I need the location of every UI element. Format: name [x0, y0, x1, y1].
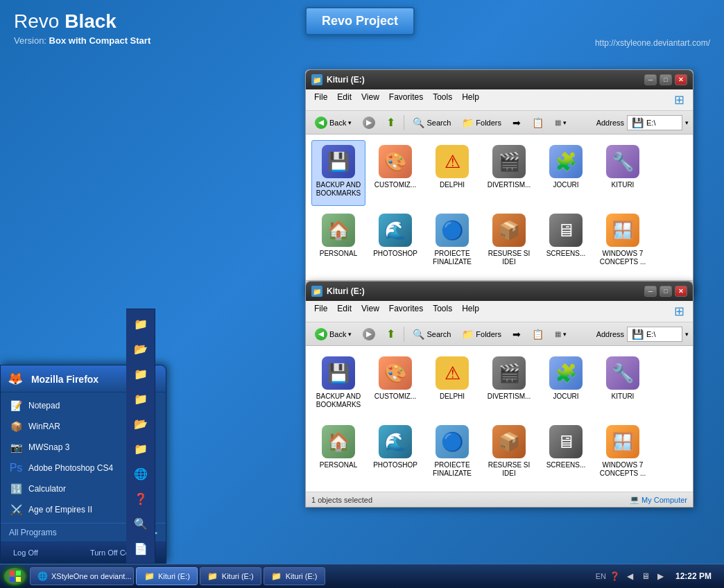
restore-btn-2[interactable]: □ — [660, 286, 672, 297]
file-icon: 🌊 — [379, 214, 412, 247]
address-input-1[interactable]: 💾 E:\ — [627, 115, 682, 130]
list-item[interactable]: 🎬DIVERTISM... — [482, 352, 536, 417]
list-item[interactable]: 🔧KITURI — [596, 140, 650, 206]
search-btn-1[interactable]: 🔍 Search — [408, 114, 456, 131]
tray-question[interactable]: ❓ — [609, 570, 621, 582]
file-label: RESURSE SI IDEI — [485, 461, 533, 478]
menu-tools-2[interactable]: Tools — [429, 302, 456, 320]
address-value-1: E:\ — [646, 119, 655, 127]
sidebar-icon-help[interactable]: ❓ — [129, 487, 153, 510]
sidebar-icon-folder[interactable]: 📁 — [129, 312, 153, 336]
list-item[interactable]: 🌊PHOTOSHOP — [368, 420, 422, 486]
list-item[interactable]: 📦RESURSE SI IDEI — [482, 420, 536, 486]
menu-edit-2[interactable]: Edit — [333, 302, 356, 320]
close-btn-1[interactable]: ✕ — [675, 74, 687, 85]
list-item[interactable]: 🔵PROIECTE FINALIZATE — [425, 209, 479, 275]
list-item[interactable]: 🔵PROIECTE FINALIZATE — [425, 420, 479, 486]
file-icon: 🔵 — [436, 214, 469, 247]
file-icon: 🎨 — [379, 145, 412, 178]
taskbar-btn-kituri3[interactable]: 📁 Kituri (E:) — [264, 567, 325, 585]
list-item[interactable]: 🌊PHOTOSHOP — [368, 209, 422, 275]
folders-btn-1[interactable]: 📁 Folders — [457, 114, 506, 131]
list-item[interactable]: 🪟WINDOWS 7 CONCEPTS ... — [596, 420, 650, 486]
restore-btn-1[interactable]: □ — [660, 74, 672, 85]
sidebar-icon-folder2[interactable]: 📂 — [129, 337, 153, 361]
list-item[interactable]: 🖥SCREENS... — [539, 420, 593, 486]
brand-button[interactable]: Revo Project — [305, 7, 415, 35]
list-item[interactable]: 💾BACKUP AND BOOKMARKS — [311, 140, 365, 206]
list-item[interactable]: 🔧KITURI — [596, 352, 650, 417]
taskbar-btn-xstyle[interactable]: 🌐 XStyleOne on deviant... — [30, 567, 134, 585]
copy-btn-1[interactable]: 📋 — [527, 114, 549, 131]
sidebar-icon-doc[interactable]: 📄 — [129, 537, 153, 560]
address-dropdown-1[interactable]: ▾ — [685, 119, 689, 126]
menu-view-1[interactable]: View — [357, 91, 383, 109]
list-item[interactable]: ⚠DELPHI — [425, 140, 479, 206]
up-btn-1[interactable]: ⬆ — [381, 113, 400, 132]
file-label: PERSONAL — [320, 250, 357, 258]
view-btn-1[interactable]: ▦ ▾ — [550, 116, 571, 129]
sidebar-icon-folder5[interactable]: 📂 — [129, 412, 153, 435]
copy-btn-2[interactable]: 📋 — [527, 326, 549, 343]
tray-arrow-right[interactable]: ▶ — [655, 570, 667, 582]
move-btn-2[interactable]: ➡ — [508, 326, 526, 343]
file-list-1: 💾BACKUP AND BOOKMARKS🎨CUSTOMIZ...⚠DELPHI… — [306, 135, 693, 280]
log-off-btn[interactable]: Log Off — [8, 546, 44, 559]
minimize-btn-2[interactable]: ─ — [644, 286, 657, 297]
sidebar-icon-search[interactable]: 🔍 — [129, 512, 153, 535]
start-right-sidebar: 📁 📂 📁 📁 📂 📁 🌐 ❓ 🔍 📄 — [126, 309, 155, 564]
close-btn-2[interactable]: ✕ — [675, 286, 687, 297]
sidebar-icon-folder3[interactable]: 📁 — [129, 362, 153, 386]
menu-file-1[interactable]: File — [310, 91, 331, 109]
file-label: DIVERTISM... — [488, 181, 531, 189]
forward-btn-1[interactable]: ▶ — [358, 114, 380, 132]
list-item[interactable]: 🎨CUSTOMIZ... — [368, 352, 422, 417]
minimize-btn-1[interactable]: ─ — [644, 74, 657, 85]
menu-favorites-1[interactable]: Favorites — [385, 91, 427, 109]
start-button[interactable] — [3, 567, 27, 586]
list-item[interactable]: 🎬DIVERTISM... — [482, 140, 536, 206]
clock: 12:22 PM — [670, 571, 717, 581]
list-item[interactable]: 🪟WINDOWS 7 CONCEPTS ... — [596, 209, 650, 275]
my-computer-link-2[interactable]: 💻 My Computer — [630, 495, 687, 504]
file-label: PHOTOSHOP — [373, 250, 417, 258]
menu-tools-1[interactable]: Tools — [429, 91, 456, 109]
list-item[interactable]: 🎨CUSTOMIZ... — [368, 140, 422, 206]
sidebar-icon-folder6[interactable]: 📁 — [129, 437, 153, 460]
file-label: DELPHI — [440, 181, 465, 189]
list-item[interactable]: 🏠PERSONAL — [311, 420, 365, 486]
list-item[interactable]: 📦RESURSE SI IDEI — [482, 209, 536, 275]
tray-arrow-left[interactable]: ◀ — [624, 570, 637, 582]
firefox-icon: 🦊 — [8, 372, 23, 386]
sidebar-icon-globe[interactable]: 🌐 — [129, 462, 153, 485]
address-dropdown-2[interactable]: ▾ — [685, 331, 689, 338]
list-item[interactable]: 💾BACKUP AND BOOKMARKS — [311, 352, 365, 417]
tray-monitor[interactable]: 🖥 — [639, 570, 652, 582]
forward-btn-2[interactable]: ▶ — [358, 325, 380, 343]
search-btn-2[interactable]: 🔍 Search — [408, 326, 456, 343]
list-item[interactable]: 🖥SCREENS... — [539, 209, 593, 275]
taskbar-btn-kituri2[interactable]: 📁 Kituri (E:) — [200, 567, 261, 585]
folders-btn-2[interactable]: 📁 Folders — [457, 326, 506, 343]
sidebar-icon-folder4[interactable]: 📁 — [129, 387, 153, 410]
list-item[interactable]: 🏠PERSONAL — [311, 209, 365, 275]
up-btn-2[interactable]: ⬆ — [381, 325, 400, 343]
move-btn-1[interactable]: ➡ — [508, 114, 526, 131]
menu-help-2[interactable]: Help — [458, 302, 483, 320]
list-item[interactable]: 🧩JOCURI — [539, 140, 593, 206]
menu-view-2[interactable]: View — [357, 302, 383, 320]
address-input-2[interactable]: 💾 E:\ — [627, 327, 682, 342]
back-btn-2[interactable]: ◀ Back ▾ — [310, 325, 356, 343]
menu-file-2[interactable]: File — [310, 302, 331, 320]
view-btn-2[interactable]: ▦ ▾ — [550, 327, 571, 340]
file-label: PHOTOSHOP — [373, 461, 417, 469]
list-item[interactable]: 🧩JOCURI — [539, 352, 593, 417]
menu-edit-1[interactable]: Edit — [333, 91, 356, 109]
taskbar-btn-kituri1[interactable]: 📁 Kituri (E:) — [136, 567, 198, 585]
svg-rect-3 — [16, 577, 21, 582]
menu-favorites-2[interactable]: Favorites — [385, 302, 427, 320]
menu-help-1[interactable]: Help — [458, 91, 483, 109]
back-btn-1[interactable]: ◀ Back ▾ — [310, 114, 356, 132]
photoshop-icon: Ps — [9, 461, 23, 475]
list-item[interactable]: ⚠DELPHI — [425, 352, 479, 417]
